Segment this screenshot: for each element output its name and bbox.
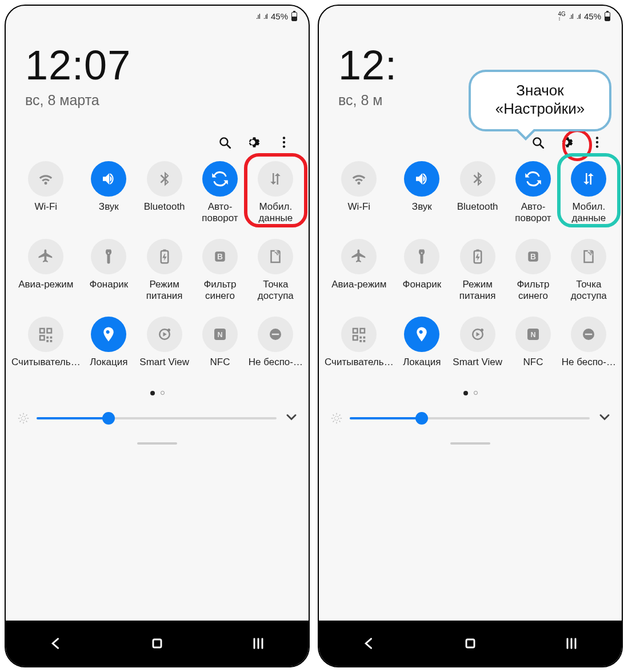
chevron-down-icon[interactable] — [597, 409, 610, 427]
tile-airplane[interactable]: Авиа-режим — [11, 239, 81, 302]
hotspot-icon[interactable] — [571, 239, 606, 274]
tile-dnd[interactable]: Не беспо-… — [562, 317, 616, 379]
tile-label: Режим питания — [137, 279, 191, 302]
dnd-icon[interactable] — [571, 317, 606, 352]
bluelight-icon[interactable] — [202, 239, 238, 274]
wifi-icon[interactable] — [28, 161, 63, 197]
tile-qrscan[interactable]: Считыватель… — [325, 317, 394, 379]
home-button[interactable] — [149, 635, 165, 651]
tile-bluefilter[interactable]: Фильтр синего — [506, 239, 560, 302]
tile-label: Звук — [99, 201, 119, 224]
tile-label: Не беспо-… — [562, 357, 616, 379]
tile-mobiledata[interactable]: Мобил. данные — [562, 161, 616, 224]
flashlight-icon[interactable] — [91, 239, 126, 274]
tile-bluetooth[interactable]: Bluetooth — [450, 161, 505, 224]
tile-sound[interactable]: Звук — [82, 161, 136, 224]
bluelight-icon[interactable] — [515, 239, 551, 274]
date-label: вс, 8 марта — [25, 92, 289, 109]
tile-airplane[interactable]: Авиа-режим — [325, 239, 394, 302]
battery-leaf-icon[interactable] — [460, 239, 495, 274]
tile-powermode[interactable]: Режим питания — [450, 239, 505, 302]
battery-leaf-icon[interactable] — [147, 239, 182, 274]
tile-location[interactable]: Локация — [82, 317, 136, 379]
page-indicator — [319, 379, 622, 400]
sound-icon[interactable] — [404, 161, 439, 197]
tile-dnd[interactable]: Не беспо-… — [249, 317, 303, 379]
location-pin-icon[interactable] — [91, 317, 126, 352]
drag-handle[interactable] — [450, 442, 490, 445]
sound-icon[interactable] — [91, 161, 126, 197]
tile-mobiledata[interactable]: Мобил. данные — [249, 161, 303, 224]
hotspot-icon[interactable] — [258, 239, 293, 274]
wifi-icon[interactable] — [341, 161, 377, 197]
recents-button[interactable] — [250, 635, 266, 651]
flashlight-icon[interactable] — [404, 239, 439, 274]
airplane-icon[interactable] — [341, 239, 377, 274]
smartview-icon[interactable] — [460, 317, 495, 352]
airplane-icon[interactable] — [28, 239, 63, 274]
brightness-icon — [330, 410, 343, 426]
brightness-slider[interactable] — [350, 417, 590, 419]
location-pin-icon[interactable] — [404, 317, 439, 352]
tile-flashlight[interactable]: Фонарик — [82, 239, 136, 302]
quick-settings-grid: Wi-FiЗвукBluetoothАвто-поворотМобил. дан… — [6, 159, 309, 379]
tile-nfc[interactable]: NFC — [506, 317, 560, 379]
tile-qrscan[interactable]: Считыватель… — [11, 317, 81, 379]
tile-nfc[interactable]: NFC — [193, 317, 247, 379]
page-dot-inactive — [161, 391, 165, 395]
battery-icon — [605, 12, 610, 21]
back-button[interactable] — [361, 635, 377, 651]
nfc-icon[interactable] — [202, 317, 238, 352]
tile-bluetooth[interactable]: Bluetooth — [137, 161, 191, 224]
tile-hotspot[interactable]: Точка доступа — [562, 239, 616, 302]
tile-smartview[interactable]: Smart View — [137, 317, 191, 379]
clock-time: 12:07 — [25, 42, 289, 89]
more-icon[interactable] — [590, 135, 605, 150]
tile-label: Звук — [412, 201, 432, 224]
tile-autorotate[interactable]: Авто-поворот — [193, 161, 247, 224]
tile-flashlight[interactable]: Фонарик — [395, 239, 449, 302]
chevron-down-icon[interactable] — [283, 409, 297, 427]
tile-hotspot[interactable]: Точка доступа — [249, 239, 303, 302]
page-dot-active — [463, 391, 468, 395]
qr-icon[interactable] — [28, 317, 63, 352]
qr-icon[interactable] — [341, 317, 377, 352]
smartview-icon[interactable] — [147, 317, 182, 352]
battery-percent: 45% — [271, 11, 288, 21]
back-button[interactable] — [48, 635, 64, 651]
brightness-thumb[interactable] — [102, 412, 115, 425]
signal-bars-icon: .ıl — [569, 12, 573, 21]
search-icon[interactable] — [217, 135, 232, 150]
brightness-slider[interactable] — [37, 417, 277, 419]
tile-autorotate[interactable]: Авто-поворот — [506, 161, 560, 224]
brightness-icon — [17, 410, 30, 426]
tile-powermode[interactable]: Режим питания — [137, 239, 191, 302]
tile-sound[interactable]: Звук — [395, 161, 449, 224]
phone-screenshot-right: 4G↕ .ıl .ıl 45% 12: вс, 8 м Значок «Наст… — [318, 5, 623, 667]
gear-icon[interactable] — [247, 135, 262, 150]
drag-handle[interactable] — [137, 442, 177, 445]
nav-bar — [319, 621, 622, 666]
phone-screenshot-left: .ıl .ıl 45% 12:07 вс, 8 марта Wi-FiЗвукB… — [5, 5, 310, 667]
bluetooth-icon[interactable] — [460, 161, 495, 197]
tile-location[interactable]: Локация — [395, 317, 449, 379]
more-icon[interactable] — [277, 135, 291, 150]
tile-smartview[interactable]: Smart View — [450, 317, 505, 379]
nfc-icon[interactable] — [515, 317, 551, 352]
brightness-row — [6, 400, 309, 433]
tile-bluefilter[interactable]: Фильтр синего — [193, 239, 247, 302]
tile-wifi[interactable]: Wi-Fi — [11, 161, 81, 224]
brightness-thumb[interactable] — [415, 412, 428, 425]
rotate-icon[interactable] — [515, 161, 551, 197]
tile-wifi[interactable]: Wi-Fi — [325, 161, 394, 224]
tile-highlight-annotation — [244, 153, 307, 227]
rotate-icon[interactable] — [202, 161, 238, 197]
signal-bars-icon: .ıl — [577, 12, 581, 21]
dnd-icon[interactable] — [258, 317, 293, 352]
bluetooth-icon[interactable] — [147, 161, 182, 197]
tile-label: Smart View — [139, 357, 189, 379]
recents-button[interactable] — [563, 635, 579, 651]
tile-label: Режим питания — [450, 279, 505, 302]
tile-label: Фильтр синего — [506, 279, 560, 302]
home-button[interactable] — [462, 635, 478, 651]
